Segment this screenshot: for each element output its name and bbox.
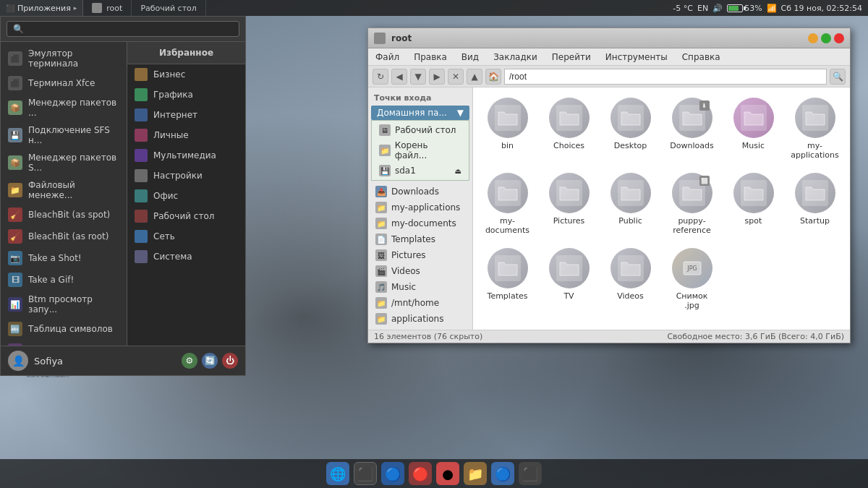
- fm-entry-dropdown-button[interactable]: Домашняя па... ▼: [371, 106, 469, 120]
- fm-reload-button[interactable]: ↻: [373, 69, 388, 85]
- app-item-pkg-mgr2[interactable]: 📦 Менеджер пакетов S...: [1, 149, 127, 176]
- sda1-eject-icon[interactable]: ⏏: [455, 167, 461, 175]
- fm-maximize-button[interactable]: [821, 33, 831, 43]
- fm-bookmark-pictures[interactable]: 🖼 Pictures: [368, 247, 472, 263]
- app-item-takeshot[interactable]: 📷 Take a Shot!: [1, 247, 127, 269]
- fm-back-button[interactable]: ◀: [391, 69, 407, 85]
- fm-menu-view[interactable]: Вид: [454, 48, 486, 65]
- fm-bookmark-mnthome[interactable]: 📁 /mnt/home: [368, 295, 472, 311]
- fm-down-button[interactable]: ▼: [410, 69, 426, 85]
- user-refresh-button[interactable]: 🔄: [202, 353, 218, 369]
- fm-sidebar-item-sda1[interactable]: 💾 sda1 ⏏: [372, 163, 469, 179]
- app-item-char[interactable]: 🔤 Таблица символов: [1, 318, 127, 340]
- puppy-ref-folder-label: puppy-reference: [668, 216, 716, 235]
- file-item-snapshot[interactable]: JPG Снимок .jpg: [665, 245, 719, 313]
- category-multimedia[interactable]: Мультимедиа: [127, 145, 245, 166]
- fm-menu-tools[interactable]: Инструменты: [598, 48, 675, 65]
- category-nastroyki[interactable]: Настройки: [127, 166, 245, 186]
- app-item-pkg-mgr[interactable]: 📦 Менеджер пакетов ...: [1, 94, 127, 121]
- fm-menu-go[interactable]: Перейти: [545, 48, 598, 65]
- fm-free-space: Свободное место: 3,6 ГиБ (Всего: 4,0 ГиБ…: [667, 332, 844, 341]
- category-lichnye[interactable]: Личные: [127, 125, 245, 145]
- file-item-videos[interactable]: Videos: [603, 245, 658, 313]
- language-indicator[interactable]: EN: [697, 4, 708, 13]
- fm-home-button[interactable]: 🏠: [485, 69, 501, 85]
- app-item-bleach-spot[interactable]: 🧹 BleachBit (as spot): [1, 204, 127, 226]
- fm-menu-bookmarks[interactable]: Закладки: [486, 48, 545, 65]
- apps-menu-button[interactable]: ⬛ Приложения ▸: [0, 0, 83, 16]
- file-item-music[interactable]: Music: [726, 95, 780, 163]
- fm-sidebar-item-desktop[interactable]: 🖥 Рабочий стол: [372, 122, 469, 138]
- datetime-display[interactable]: Сб 19 ноя, 02:52:54: [781, 4, 862, 13]
- dock-icon-app2[interactable]: ⬛: [354, 462, 377, 485]
- file-item-puppy-ref[interactable]: ⬜ puppy-reference: [665, 170, 719, 238]
- fm-bookmark-applications[interactable]: 📁 applications: [368, 311, 472, 327]
- fm-stop-button[interactable]: ✕: [448, 69, 464, 85]
- root-nav-label: Корень файл...: [395, 140, 461, 160]
- fm-bookmark-videos[interactable]: 🎬 Videos: [368, 263, 472, 279]
- file-item-tv[interactable]: TV: [542, 245, 596, 313]
- category-biznes[interactable]: Бизнес: [127, 64, 245, 85]
- app-label-pkg2: Менеджер пакетов S...: [28, 153, 119, 173]
- bleach-spot-icon: 🧹: [8, 207, 22, 222]
- file-item-templates[interactable]: Templates: [480, 245, 535, 313]
- app-item-bleach-root[interactable]: 🧹 BleachBit (as root): [1, 226, 127, 247]
- category-sistema[interactable]: Система: [127, 247, 245, 267]
- fm-menu-file[interactable]: Файл: [368, 48, 407, 65]
- fm-menu-help[interactable]: Справка: [675, 48, 728, 65]
- app-item-takegif[interactable]: 🎞 Take a Gif!: [1, 269, 127, 291]
- fm-up-button[interactable]: ▲: [467, 69, 482, 85]
- file-item-downloads[interactable]: ⬇ Downloads: [665, 95, 719, 163]
- file-item-desktop[interactable]: Desktop: [603, 95, 658, 163]
- file-item-startup[interactable]: Startup: [788, 170, 842, 238]
- app-item-sfs[interactable]: 💾 Подключение SFS н...: [1, 121, 127, 149]
- app-item-effects[interactable]: ✨ Эффекты окна: [1, 340, 127, 346]
- category-set[interactable]: Сеть: [127, 226, 245, 247]
- app-item-filemgr[interactable]: 📁 Файловый менеже...: [1, 176, 127, 204]
- fm-close-button[interactable]: [834, 33, 844, 43]
- file-item-bin[interactable]: bin: [480, 95, 535, 163]
- dock-icon-app7[interactable]: 🔵: [491, 462, 514, 485]
- dock-icon-app5[interactable]: ●: [436, 462, 459, 485]
- fm-address-bar[interactable]: [504, 69, 827, 85]
- fm-forward-button[interactable]: ▶: [429, 69, 445, 85]
- fm-bookmark-mydocs[interactable]: 📁 my-documents: [368, 215, 472, 231]
- dock-icon-earth[interactable]: 🌐: [326, 462, 349, 485]
- user-settings-button[interactable]: ⚙: [182, 353, 197, 369]
- bin-folder-label: bin: [501, 141, 514, 150]
- file-item-mydocs[interactable]: my-documents: [480, 170, 535, 238]
- user-power-button[interactable]: ⏻: [222, 353, 238, 369]
- file-item-pictures[interactable]: Pictures: [542, 170, 596, 238]
- fm-window-icon: [374, 33, 386, 44]
- category-ofis[interactable]: Офис: [127, 186, 245, 206]
- rabochiy-label: Рабочий стол: [153, 211, 214, 221]
- fm-search-button[interactable]: 🔍: [830, 69, 846, 85]
- app-item-terminal[interactable]: ⬛ Терминал Xfce: [1, 72, 127, 94]
- file-item-spot[interactable]: spot: [726, 170, 780, 238]
- fm-bookmark-myapps[interactable]: 📁 my-applications: [368, 200, 472, 215]
- fm-bookmark-templates[interactable]: 📄 Templates: [368, 231, 472, 247]
- volume-icon[interactable]: 🔊: [712, 4, 723, 13]
- file-item-choices[interactable]: Choices: [542, 95, 596, 163]
- fm-bookmark-music[interactable]: 🎵 Music: [368, 279, 472, 295]
- root-window-icon: [92, 3, 102, 13]
- dock-icon-files[interactable]: 📁: [464, 462, 487, 485]
- category-internet[interactable]: Интернет: [127, 105, 245, 125]
- myapps-folder-label: my-applications: [791, 141, 839, 160]
- dock-icon-app4[interactable]: 🔴: [409, 462, 432, 485]
- fm-menu-edit[interactable]: Правка: [407, 48, 454, 65]
- fm-minimize-button[interactable]: [808, 33, 818, 43]
- fm-bookmark-downloads[interactable]: 📥 Downloads: [368, 184, 472, 200]
- fm-sidebar-item-root[interactable]: 📁 Корень файл...: [372, 138, 469, 163]
- dock-icon-app3[interactable]: 🔵: [381, 462, 404, 485]
- search-input[interactable]: [7, 21, 239, 37]
- file-item-myapps[interactable]: my-applications: [788, 95, 842, 163]
- app-item-btm[interactable]: 📊 Btm просмотр запу...: [1, 291, 127, 318]
- window-tab-root[interactable]: root: [83, 0, 132, 16]
- app-item-emulator[interactable]: ⬛ Эмулятор терминала: [1, 45, 127, 72]
- category-grafika[interactable]: Графика: [127, 85, 245, 105]
- dock-icon-app8[interactable]: ⬛: [519, 462, 542, 485]
- category-rabochiy[interactable]: Рабочий стол: [127, 206, 245, 226]
- window-tab-desktop[interactable]: Рабочий стол: [132, 0, 205, 16]
- file-item-public[interactable]: Public: [603, 170, 658, 238]
